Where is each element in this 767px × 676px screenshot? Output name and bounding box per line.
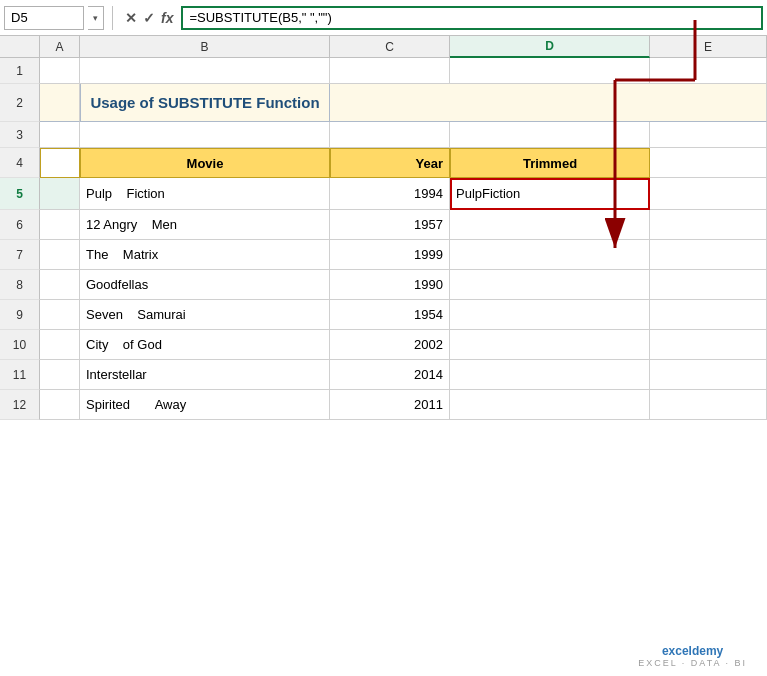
- cell-a12[interactable]: [40, 390, 80, 420]
- cell-b11[interactable]: Interstellar: [80, 360, 330, 390]
- table-row: 10 City of God 2002: [0, 330, 767, 360]
- cell-c7[interactable]: 1999: [330, 240, 450, 270]
- formula-bar-divider: [112, 6, 113, 30]
- col-header-a[interactable]: A: [40, 36, 80, 58]
- cell-e10[interactable]: [650, 330, 767, 360]
- cell-e1[interactable]: [650, 58, 767, 84]
- cell-c6[interactable]: 1957: [330, 210, 450, 240]
- row-num-4: 4: [0, 148, 40, 178]
- cell-b3[interactable]: [80, 122, 330, 148]
- cell-c9[interactable]: 1954: [330, 300, 450, 330]
- cell-d9[interactable]: [450, 300, 650, 330]
- cell-b2-merged[interactable]: Usage of SUBSTITUTE Function: [80, 84, 330, 122]
- cell-b12[interactable]: Spirited Away: [80, 390, 330, 420]
- cell-movie-header[interactable]: Movie: [80, 148, 330, 178]
- column-headers: A B C D E: [0, 36, 767, 58]
- table-row: 9 Seven Samurai 1954: [0, 300, 767, 330]
- cell-b8[interactable]: Goodfellas: [80, 270, 330, 300]
- cell-name-box[interactable]: D5: [4, 6, 84, 30]
- cell-c8[interactable]: 1990: [330, 270, 450, 300]
- cell-b5[interactable]: Pulp Fiction: [80, 178, 330, 210]
- formula-icons: ✕ ✓ fx: [121, 10, 177, 26]
- cell-trimmed-header[interactable]: Trimmed: [450, 148, 650, 178]
- spreadsheet: A B C D E 1 2 Usage of SUBSTITUTE: [0, 36, 767, 676]
- cell-a11[interactable]: [40, 360, 80, 390]
- row-num-6: 6: [0, 210, 40, 240]
- cell-e7[interactable]: [650, 240, 767, 270]
- cell-e4[interactable]: [650, 148, 767, 178]
- table-row: 11 Interstellar 2014: [0, 360, 767, 390]
- formula-input[interactable]: [181, 6, 763, 30]
- cell-b9[interactable]: Seven Samurai: [80, 300, 330, 330]
- cell-a4[interactable]: [40, 148, 80, 178]
- cell-d6[interactable]: [450, 210, 650, 240]
- cell-year-header[interactable]: Year: [330, 148, 450, 178]
- corner-cell: [0, 36, 40, 58]
- cell-a9[interactable]: [40, 300, 80, 330]
- cell-d5[interactable]: PulpFiction: [450, 178, 650, 210]
- cell-b6[interactable]: 12 Angry Men: [80, 210, 330, 240]
- cell-d10[interactable]: [450, 330, 650, 360]
- confirm-icon[interactable]: ✓: [143, 10, 155, 26]
- table-row: 4 Movie Year Trimmed: [0, 148, 767, 178]
- table-row: 12 Spirited Away 2011: [0, 390, 767, 420]
- cell-c12[interactable]: 2011: [330, 390, 450, 420]
- cell-a1[interactable]: [40, 58, 80, 84]
- row-num-1: 1: [0, 58, 40, 84]
- cell-e3[interactable]: [650, 122, 767, 148]
- cell-d3[interactable]: [450, 122, 650, 148]
- cancel-icon[interactable]: ✕: [125, 10, 137, 26]
- cell-a7[interactable]: [40, 240, 80, 270]
- row-num-9: 9: [0, 300, 40, 330]
- cell-c5[interactable]: 1994: [330, 178, 450, 210]
- cell-c1[interactable]: [330, 58, 450, 84]
- cell-e11[interactable]: [650, 360, 767, 390]
- title-text: Usage of SUBSTITUTE Function: [87, 94, 323, 111]
- cell-name-dropdown[interactable]: ▾: [88, 6, 104, 30]
- cell-a5[interactable]: [40, 178, 80, 210]
- cell-b7[interactable]: The Matrix: [80, 240, 330, 270]
- col-header-b[interactable]: B: [80, 36, 330, 58]
- cell-a10[interactable]: [40, 330, 80, 360]
- trimmed-header-label: Trimmed: [523, 156, 577, 171]
- table-row: 8 Goodfellas 1990: [0, 270, 767, 300]
- cell-c11[interactable]: 2014: [330, 360, 450, 390]
- cell-e12[interactable]: [650, 390, 767, 420]
- col-header-d[interactable]: D: [450, 36, 650, 58]
- cell-a2[interactable]: [40, 84, 80, 122]
- cell-e6[interactable]: [650, 210, 767, 240]
- row-num-8: 8: [0, 270, 40, 300]
- cell-c3[interactable]: [330, 122, 450, 148]
- table-row: 2 Usage of SUBSTITUTE Function: [0, 84, 767, 122]
- row-num-5: 5: [0, 178, 40, 210]
- cell-a3[interactable]: [40, 122, 80, 148]
- row-num-3: 3: [0, 122, 40, 148]
- cell-d1[interactable]: [450, 58, 650, 84]
- cell-b1[interactable]: [80, 58, 330, 84]
- cell-d11[interactable]: [450, 360, 650, 390]
- movie-header-label: Movie: [187, 156, 224, 171]
- cell-a8[interactable]: [40, 270, 80, 300]
- cell-e5[interactable]: [650, 178, 767, 210]
- row-num-10: 10: [0, 330, 40, 360]
- table-row: 3: [0, 122, 767, 148]
- row-num-7: 7: [0, 240, 40, 270]
- table-row: 7 The Matrix 1999: [0, 240, 767, 270]
- cell-d7[interactable]: [450, 240, 650, 270]
- cell-a6[interactable]: [40, 210, 80, 240]
- grid-body: 1 2 Usage of SUBSTITUTE Function 3: [0, 58, 767, 676]
- cell-d12[interactable]: [450, 390, 650, 420]
- cell-d8[interactable]: [450, 270, 650, 300]
- col-header-c[interactable]: C: [330, 36, 450, 58]
- col-header-e[interactable]: E: [650, 36, 767, 58]
- cell-c10[interactable]: 2002: [330, 330, 450, 360]
- cell-b10[interactable]: City of God: [80, 330, 330, 360]
- row-num-2: 2: [0, 84, 40, 122]
- formula-bar: D5 ▾ ✕ ✓ fx: [0, 0, 767, 36]
- table-row: 5 Pulp Fiction 1994 PulpFiction: [0, 178, 767, 210]
- cell-e2[interactable]: [330, 84, 767, 122]
- fx-label: fx: [161, 10, 173, 26]
- cell-e8[interactable]: [650, 270, 767, 300]
- cell-e9[interactable]: [650, 300, 767, 330]
- row-num-12: 12: [0, 390, 40, 420]
